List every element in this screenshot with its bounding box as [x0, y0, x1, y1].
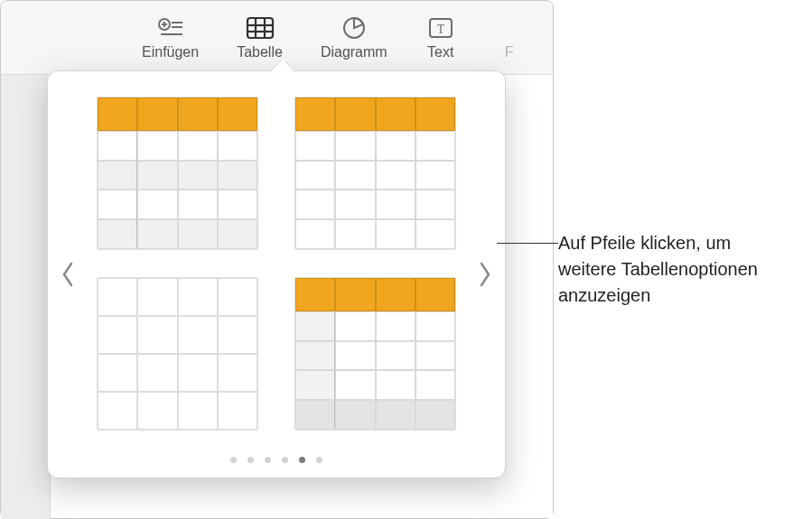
page-dot-1[interactable]	[230, 457, 237, 463]
shape-icon	[494, 15, 525, 41]
svg-text:T: T	[436, 23, 444, 36]
page-dot-2[interactable]	[247, 457, 254, 463]
toolbar-chart[interactable]: Diagramm	[315, 15, 393, 60]
chevron-left-icon	[61, 261, 75, 288]
callout-text: Auf Pfeile klicken, um weitere Tabelleno…	[558, 230, 793, 309]
page-indicator[interactable]	[48, 457, 505, 463]
text-icon: T	[425, 15, 456, 41]
toolbar-insert[interactable]: Einfügen	[136, 15, 204, 60]
popover-tail	[271, 60, 293, 71]
toolbar-chart-label: Diagramm	[321, 44, 387, 60]
prev-page-arrow[interactable]	[48, 71, 88, 477]
page-dot-3[interactable]	[265, 457, 271, 463]
toolbar-shape[interactable]: F	[489, 15, 530, 60]
table-icon	[245, 15, 275, 41]
toolbar-text[interactable]: T Text	[420, 15, 462, 60]
table-style-option-1[interactable]	[97, 97, 258, 250]
svg-rect-6	[247, 18, 273, 38]
page-dot-6[interactable]	[316, 457, 322, 463]
callout-leader-line	[497, 243, 558, 244]
insert-icon	[155, 15, 186, 41]
table-style-grid	[88, 71, 465, 477]
toolbar-insert-label: Einfügen	[142, 44, 199, 60]
document-gutter	[1, 75, 51, 519]
chevron-right-icon	[478, 261, 492, 288]
table-style-popover	[47, 70, 506, 478]
toolbar-text-label: Text	[427, 44, 453, 60]
table-style-option-3[interactable]	[97, 277, 258, 431]
table-style-option-2[interactable]	[294, 97, 456, 250]
toolbar-table[interactable]: Tabelle	[231, 15, 288, 60]
table-style-option-4[interactable]	[294, 277, 456, 431]
chart-icon	[339, 15, 369, 41]
page-dot-5[interactable]	[299, 457, 305, 463]
toolbar-shape-label: F	[505, 44, 514, 60]
next-page-arrow[interactable]	[465, 71, 505, 477]
page-dot-4[interactable]	[282, 457, 288, 463]
toolbar-table-label: Tabelle	[237, 44, 283, 60]
